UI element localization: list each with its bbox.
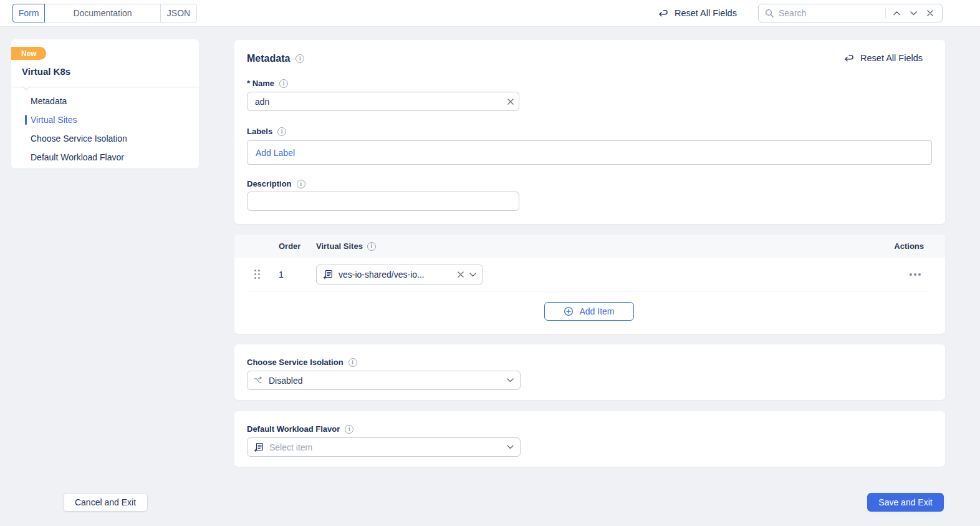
reference-select-icon (254, 442, 264, 452)
workload-flavor-placeholder: Select item (269, 442, 501, 452)
workload-flavor-label: Default Workload Flavor i (247, 424, 353, 434)
workload-flavor-label-text: Default Workload Flavor (247, 424, 340, 434)
search-next-icon[interactable] (907, 7, 920, 19)
virtual-site-select[interactable]: ves-io-shared/ves-io... (316, 265, 483, 285)
virtual-site-select-value: ves-io-shared/ves-io... (339, 270, 452, 280)
add-item-button[interactable]: Add Item (544, 302, 634, 321)
column-virtual-sites-text: Virtual Sites (316, 235, 363, 258)
form-nav-sidebar: New Virtual K8s Metadata Virtual Sites C… (11, 39, 199, 168)
labels-editor[interactable]: Add Label (247, 140, 932, 165)
select-clear-icon[interactable] (458, 271, 464, 278)
undo-icon (658, 9, 669, 17)
reset-all-fields-button[interactable]: Reset All Fields (658, 0, 737, 26)
search-icon (764, 7, 774, 19)
nav-notch (22, 83, 29, 90)
description-label-text: Description (247, 179, 292, 188)
info-icon[interactable]: i (345, 425, 353, 434)
cancel-and-exit-button[interactable]: Cancel and Exit (63, 493, 148, 512)
plus-circle-icon (564, 306, 574, 316)
sidebar-item-metadata[interactable]: Metadata (11, 92, 199, 110)
row-actions-menu-icon[interactable] (908, 271, 923, 278)
name-field-label: * Name i (247, 79, 288, 88)
search-close-icon[interactable] (924, 7, 936, 19)
name-input[interactable] (247, 92, 519, 111)
labels-field-label: Labels i (247, 127, 286, 136)
chevron-down-icon[interactable] (507, 445, 514, 449)
service-isolation-label: Choose Service Isolation i (247, 358, 357, 367)
status-badge: New (11, 47, 46, 60)
sidebar-nav: Metadata Virtual Sites Choose Service Is… (11, 87, 199, 167)
row-order-value: 1 (279, 258, 284, 291)
service-isolation-select[interactable]: Disabled (247, 371, 521, 390)
search-box (758, 4, 943, 22)
page-title: Virtual K8s (22, 66, 70, 77)
table-header: Order Virtual Sites i Actions (234, 235, 945, 258)
sidebar-item-choose-service-isolation[interactable]: Choose Service Isolation (11, 129, 199, 148)
description-input[interactable] (247, 192, 519, 211)
undo-icon (844, 54, 855, 62)
chevron-down-icon[interactable] (507, 378, 514, 382)
view-tabs: Form Documentation JSON (12, 4, 197, 22)
info-icon[interactable]: i (348, 358, 357, 367)
name-clear-icon[interactable] (505, 96, 516, 107)
add-item-label: Add Item (579, 306, 614, 316)
description-field-label: Description i (247, 179, 305, 188)
service-isolation-value: Disabled (269, 376, 501, 386)
card-reset-all-fields-button[interactable]: Reset All Fields (844, 53, 923, 63)
search-prev-icon[interactable] (890, 7, 903, 19)
info-icon[interactable]: i (297, 180, 305, 188)
top-toolbar: Form Documentation JSON Reset All Fields (0, 0, 980, 27)
drag-handle-icon[interactable] (254, 270, 260, 279)
column-order: Order (279, 235, 300, 258)
info-icon[interactable]: i (277, 127, 286, 136)
metadata-section-title: Metadata i (247, 53, 304, 64)
reference-select-icon (323, 270, 333, 280)
card-reset-label: Reset All Fields (860, 53, 923, 63)
search-input[interactable] (779, 8, 881, 18)
column-virtual-sites: Virtual Sites i (316, 235, 376, 258)
reset-all-fields-label: Reset All Fields (675, 8, 737, 18)
info-icon[interactable]: i (367, 242, 376, 251)
info-icon[interactable]: i (279, 79, 288, 88)
sidebar-item-default-workload-flavor[interactable]: Default Workload Flavor (11, 148, 199, 167)
tab-json[interactable]: JSON (160, 4, 197, 22)
add-label-button[interactable]: Add Label (256, 148, 295, 158)
service-isolation-label-text: Choose Service Isolation (247, 358, 343, 367)
table-row: 1 ves-io-shared/ves-io... (234, 258, 945, 291)
column-actions: Actions (894, 235, 924, 258)
chevron-down-icon[interactable] (469, 273, 476, 277)
service-isolation-icon (254, 376, 263, 385)
tab-form[interactable]: Form (12, 4, 45, 22)
sidebar-item-virtual-sites[interactable]: Virtual Sites (11, 110, 199, 129)
metadata-section: Metadata i Reset All Fields * Name i Lab… (234, 40, 945, 224)
labels-label-text: Labels (247, 127, 272, 136)
tab-documentation[interactable]: Documentation (44, 4, 161, 22)
service-isolation-section: Choose Service Isolation i Disabled (234, 344, 945, 400)
virtual-sites-section: Order Virtual Sites i Actions 1 ves-io-s… (234, 235, 945, 334)
search-divider (885, 8, 886, 18)
name-label-text: * Name (247, 79, 274, 88)
workload-flavor-select[interactable]: Select item (247, 437, 521, 457)
save-and-exit-button[interactable]: Save and Exit (867, 493, 944, 512)
workload-flavor-section: Default Workload Flavor i Select item (234, 411, 945, 467)
metadata-title-text: Metadata (247, 53, 290, 64)
info-icon[interactable]: i (295, 54, 304, 63)
